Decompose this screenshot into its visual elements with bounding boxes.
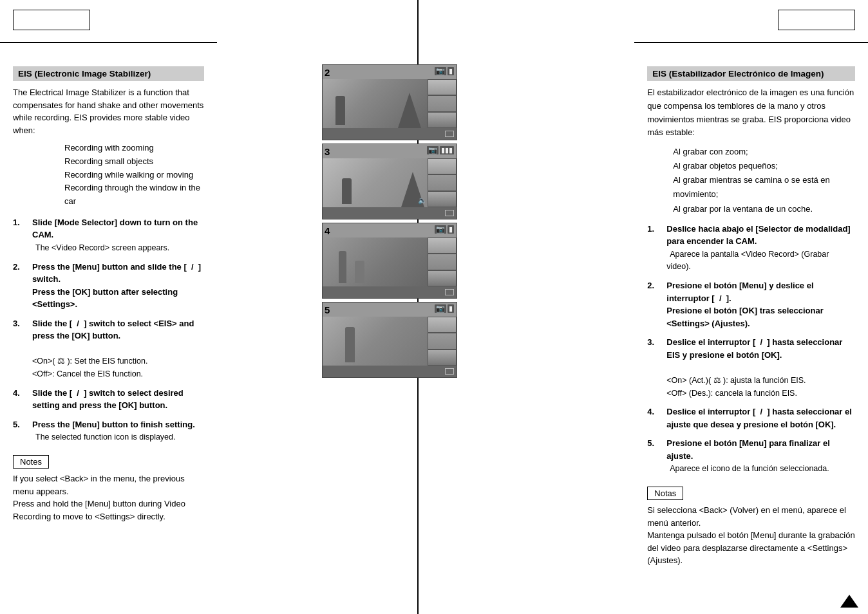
left-step-1: 1. Slide [Mode Selector] down to turn on… bbox=[13, 216, 204, 254]
cam-image-2-bottom bbox=[323, 128, 457, 140]
cam-image-3-label: 3 bbox=[325, 146, 330, 157]
cam-image-5-scene bbox=[323, 317, 428, 366]
right-step-4: 4. Deslice el interruptor [ / ] hasta se… bbox=[647, 405, 855, 431]
right-step-1: 1. Deslice hacia abajo el [Selector de m… bbox=[647, 223, 855, 274]
cam-image-5-bottom bbox=[323, 366, 457, 377]
right-bullet-list: Al grabar con zoom; Al grabar objetos pe… bbox=[647, 145, 855, 216]
left-step-2-content: Press the [Menu] button and slide the [ … bbox=[32, 261, 204, 311]
right-step-5: 5. Presione el botón [Menu] para finaliz… bbox=[647, 437, 855, 475]
right-step-2: 2. Presione el botón [Menu] y deslice el… bbox=[647, 279, 855, 330]
right-bullet-2: Al grabar objetos pequeños; bbox=[673, 159, 855, 173]
filmstrip-cell-5-1 bbox=[428, 317, 457, 333]
filmstrip-cell-1 bbox=[428, 79, 457, 95]
images-wrapper: 2 📷 ▮ 3 📷 ▮▮▮ bbox=[322, 64, 464, 381]
left-column: EIS (Electronic Image Stabilizer) The El… bbox=[0, 0, 217, 614]
left-step-5-sub: The selected function icon is displayed. bbox=[35, 433, 176, 442]
right-bullet-4: Al grabar por la ventana de un coche. bbox=[673, 202, 855, 216]
right-notes-text: Si selecciona <Back> (Volver) en el menú… bbox=[647, 504, 855, 567]
speaker-icon-3: 🔈 bbox=[418, 196, 427, 205]
right-step-3-bold: Deslice el interruptor [ / ] hasta selec… bbox=[666, 336, 855, 361]
left-step-5: 5. Press the [Menu] button to finish set… bbox=[13, 418, 204, 443]
cam-image-2-scene bbox=[323, 79, 428, 128]
cam-bat-icon: ▮ bbox=[448, 67, 454, 75]
cam-image-2-icons: 📷 ▮ bbox=[435, 67, 454, 75]
left-step-4: 4. Slide the [ / ] switch to select desi… bbox=[13, 387, 204, 412]
left-header-rule bbox=[0, 42, 217, 43]
right-step-1-bold: Deslice hacia abajo el [Selector de moda… bbox=[666, 223, 855, 248]
right-step-3: 3. Deslice el interruptor [ / ] hasta se… bbox=[647, 336, 855, 399]
right-step-4-content: Deslice el interruptor [ / ] hasta selec… bbox=[666, 405, 855, 431]
right-step-5-bold: Presione el botón [Menu] para finalizar … bbox=[666, 437, 855, 462]
cam-image-2: 2 📷 ▮ bbox=[322, 64, 457, 140]
bottom-sq-3 bbox=[445, 210, 454, 216]
left-header-box bbox=[13, 10, 90, 30]
cam-image-3-bottom bbox=[323, 207, 457, 219]
cam-image-2-filmstrip bbox=[428, 79, 457, 128]
cam-image-5-icons: 📷 ▮ bbox=[435, 304, 454, 313]
filmstrip-cell-5-3 bbox=[428, 349, 457, 366]
left-bullet-2: Recording small objects bbox=[64, 155, 204, 169]
right-bullet-1: Al grabar con zoom; bbox=[673, 145, 855, 159]
right-header-box bbox=[778, 10, 855, 30]
filmstrip-cell-2 bbox=[428, 95, 457, 111]
person-shape-1 bbox=[335, 96, 345, 125]
cam-bat-icon-5: ▮ bbox=[448, 304, 454, 313]
left-step-5-num: 5. bbox=[13, 418, 32, 443]
filmstrip-cell-4-1 bbox=[428, 237, 457, 254]
right-step-4-bold: Deslice el interruptor [ / ] hasta selec… bbox=[666, 405, 855, 431]
left-step-3-bold: Slide the [ / ] switch to select <EIS> a… bbox=[32, 317, 204, 342]
cam-image-5: 5 📷 ▮ bbox=[322, 302, 457, 378]
person-5-shape bbox=[345, 327, 355, 362]
left-step-3-num: 3. bbox=[13, 317, 32, 380]
right-step-5-content: Presione el botón [Menu] para finalizar … bbox=[666, 437, 855, 475]
right-step-1-num: 1. bbox=[647, 223, 666, 274]
left-step-2: 2. Press the [Menu] button and slide the… bbox=[13, 261, 204, 311]
left-section-title: EIS (Electronic Image Stabilizer) bbox=[13, 66, 204, 81]
cam-bat-icon-4: ▮ bbox=[448, 225, 454, 234]
page-container: EIS (Electronic Image Stabilizer) The El… bbox=[0, 0, 868, 614]
left-step-5-bold: Press the [Menu] button to finish settin… bbox=[32, 418, 204, 431]
right-content: EIS (Estabilizador Electrónico de Imagen… bbox=[647, 61, 855, 601]
cam-image-3: 3 📷 ▮▮▮ 🔈 bbox=[322, 144, 457, 219]
filmstrip-cell-4-2 bbox=[428, 254, 457, 270]
page-arrow bbox=[840, 595, 858, 608]
person-3-shape bbox=[342, 178, 352, 204]
tree-shape-1 bbox=[398, 93, 421, 128]
left-step-4-content: Slide the [ / ] switch to select desired… bbox=[32, 387, 204, 412]
cam-image-4-icons: 📷 ▮ bbox=[435, 225, 454, 234]
left-notes-box: Notes bbox=[13, 455, 49, 469]
left-step-3-sub: <On>( ⚖ ): Set the EIS function.<Off>: C… bbox=[32, 357, 147, 378]
left-bullet-1: Recording with zooming bbox=[64, 142, 204, 155]
filmstrip-cell-3-2 bbox=[428, 174, 457, 191]
cam-rec-icon-5: 📷 bbox=[435, 304, 446, 313]
right-step-3-sub: <On> (Act.)( ⚖ ): ajusta la función EIS.… bbox=[666, 376, 806, 398]
right-step-5-sub: Aparece el icono de la función seleccion… bbox=[670, 464, 829, 473]
right-header-rule bbox=[634, 42, 868, 43]
right-step-2-content: Presione el botón [Menu] y deslice el in… bbox=[666, 279, 855, 330]
filmstrip-cell-5-2 bbox=[428, 333, 457, 349]
left-step-4-bold: Slide the [ / ] switch to select desired… bbox=[32, 387, 204, 412]
right-step-3-num: 3. bbox=[647, 336, 666, 399]
right-column: EIS (Estabilizador Electrónico de Imagen… bbox=[634, 0, 868, 614]
cam-image-3-filmstrip bbox=[428, 158, 457, 207]
right-step-3-content: Deslice el interruptor [ / ] hasta selec… bbox=[666, 336, 855, 399]
cam-rec-icon-4: 📷 bbox=[435, 225, 446, 234]
left-step-4-num: 4. bbox=[13, 387, 32, 412]
cam-image-2-label: 2 bbox=[325, 67, 330, 78]
left-step-3: 3. Slide the [ / ] switch to select <EIS… bbox=[13, 317, 204, 380]
right-step-2-bold: Presione el botón [Menu] y deslice el in… bbox=[666, 279, 855, 330]
cam-rec-icon: 📷 bbox=[435, 67, 446, 75]
cam-image-4: 4 📷 ▮ bbox=[322, 223, 457, 299]
person-4-shape bbox=[339, 251, 346, 283]
right-step-4-num: 4. bbox=[647, 405, 666, 431]
cam-image-5-label: 5 bbox=[325, 304, 330, 315]
left-bullet-list: Recording with zooming Recording small o… bbox=[13, 142, 204, 209]
filmstrip-cell-3 bbox=[428, 112, 457, 128]
left-step-3-content: Slide the [ / ] switch to select <EIS> a… bbox=[32, 317, 204, 380]
cam-rec-icon-3: 📷 bbox=[427, 146, 439, 154]
right-bullet-3: Al grabar mientras se camina o se está e… bbox=[673, 173, 855, 201]
cam-image-4-scene bbox=[323, 237, 428, 286]
left-bullet-3: Recording while walking or moving bbox=[64, 169, 204, 182]
right-notes-box: Notas bbox=[647, 487, 683, 500]
cam-image-4-label: 4 bbox=[325, 225, 330, 236]
